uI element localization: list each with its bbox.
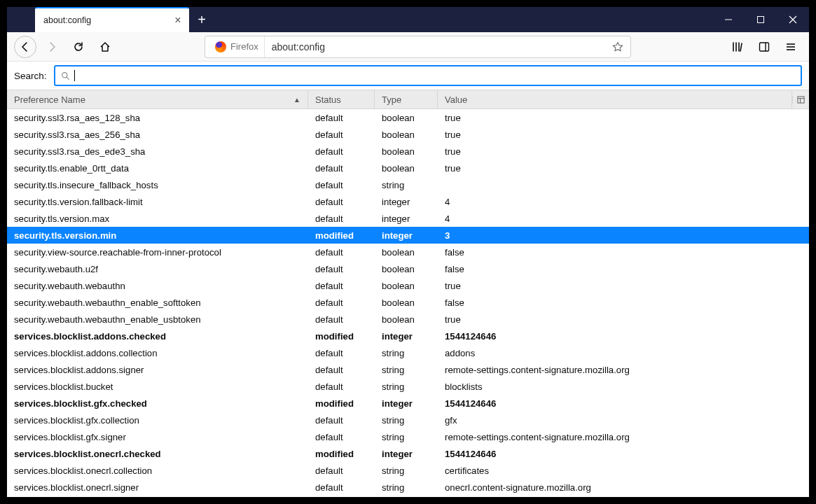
- pref-value: certificates: [438, 465, 809, 476]
- pref-value: addons: [438, 348, 809, 358]
- column-header-value[interactable]: Value: [438, 90, 792, 108]
- table-row[interactable]: services.blocklist.gfx.checkedmodifiedin…: [7, 395, 809, 412]
- table-row[interactable]: security.tls.enable_0rtt_datadefaultbool…: [7, 160, 809, 176]
- pref-name: services.blocklist.addons.collection: [7, 348, 308, 358]
- pref-value: false: [438, 298, 809, 308]
- table-row[interactable]: security.webauth.webauthn_enable_usbtoke…: [7, 311, 809, 328]
- pref-value: true: [438, 281, 809, 291]
- pref-value: true: [438, 314, 809, 325]
- table-row[interactable]: security.tls.version.fallback-limitdefau…: [7, 193, 809, 210]
- table-row[interactable]: services.blocklist.addons.signerdefaults…: [7, 361, 809, 378]
- pref-name: services.blocklist.gfx.collection: [7, 415, 308, 426]
- pref-type: string: [375, 382, 438, 392]
- window-maximize-button[interactable]: [745, 7, 777, 32]
- pref-type: integer: [375, 398, 438, 409]
- table-row[interactable]: security.tls.version.minmodifiedinteger3: [7, 227, 809, 244]
- pref-type: string: [375, 365, 438, 375]
- app-menu-button[interactable]: [780, 36, 802, 58]
- table-row[interactable]: security.tls.version.maxdefaultinteger4: [7, 210, 809, 227]
- column-header-name[interactable]: Preference Name ▲: [7, 90, 308, 108]
- table-row[interactable]: security.webauth.webauthn_enable_softtok…: [7, 294, 809, 311]
- table-row[interactable]: services.blocklist.gfx.collectiondefault…: [7, 412, 809, 428]
- pref-type: boolean: [375, 264, 438, 274]
- search-input[interactable]: [79, 66, 795, 85]
- table-row[interactable]: security.webauth.u2fdefaultbooleanfalse: [7, 260, 809, 277]
- pref-value: remote-settings.content-signature.mozill…: [438, 365, 809, 375]
- pref-value: remote-settings.content-signature.mozill…: [438, 432, 809, 442]
- pref-name: security.tls.version.max: [7, 214, 308, 224]
- pref-type: boolean: [375, 113, 438, 123]
- search-label: Search:: [14, 71, 47, 81]
- pref-status: modified: [308, 331, 375, 342]
- pref-status: default: [308, 247, 375, 258]
- pref-status: default: [308, 482, 375, 493]
- browser-tab[interactable]: about:config ×: [35, 7, 189, 32]
- table-row[interactable]: security.tls.insecure_fallback_hostsdefa…: [7, 176, 809, 193]
- pref-type: integer: [375, 449, 438, 459]
- search-icon: [61, 71, 70, 80]
- pref-status: default: [308, 180, 375, 190]
- column-header-status[interactable]: Status: [308, 90, 375, 108]
- table-row[interactable]: services.blocklist.onecrl.checkedmodifie…: [7, 445, 809, 462]
- pref-status: default: [308, 214, 375, 224]
- pref-type: integer: [375, 214, 438, 224]
- pref-value: true: [438, 130, 809, 140]
- pref-name: security.view-source.reachable-from-inne…: [7, 247, 308, 258]
- home-button[interactable]: [94, 36, 116, 58]
- table-row[interactable]: services.blocklist.onecrl.collectiondefa…: [7, 462, 809, 479]
- pref-value: 4: [438, 214, 809, 224]
- pref-name: services.blocklist.gfx.checked: [7, 398, 308, 409]
- pref-value: true: [438, 113, 809, 123]
- window-close-button[interactable]: [777, 7, 809, 32]
- identity-box[interactable]: Firefox: [209, 36, 265, 57]
- pref-value: false: [438, 247, 809, 258]
- back-button[interactable]: [14, 36, 36, 58]
- table-row[interactable]: security.ssl3.rsa_aes_256_shadefaultbool…: [7, 126, 809, 143]
- pref-type: boolean: [375, 298, 438, 308]
- window-minimize-button[interactable]: [712, 7, 745, 32]
- svg-rect-4: [760, 43, 769, 51]
- pref-type: integer: [375, 331, 438, 342]
- tab-title: about:config: [43, 15, 91, 25]
- table-row[interactable]: services.blocklist.gfx.signerdefaultstri…: [7, 428, 809, 445]
- pref-value: gfx: [438, 415, 809, 426]
- pref-status: default: [308, 465, 375, 476]
- new-tab-button[interactable]: +: [189, 7, 214, 32]
- pref-type: integer: [375, 197, 438, 207]
- sidebar-button[interactable]: [753, 36, 775, 58]
- library-button[interactable]: [726, 36, 749, 58]
- pref-status: default: [308, 365, 375, 375]
- table-row[interactable]: services.blocklist.onecrl.signerdefaults…: [7, 479, 809, 496]
- table-row[interactable]: services.blocklist.addons.collectiondefa…: [7, 344, 809, 361]
- pref-status: modified: [308, 449, 375, 459]
- pref-type: integer: [375, 230, 438, 241]
- pref-table-body[interactable]: security.ssl3.rsa_aes_128_shadefaultbool…: [7, 109, 809, 497]
- pref-name: security.ssl3.rsa_aes_256_sha: [7, 130, 308, 140]
- url-text[interactable]: about:config: [265, 41, 609, 52]
- pref-value: true: [438, 163, 809, 174]
- forward-button[interactable]: [41, 36, 63, 58]
- column-picker-button[interactable]: [792, 96, 809, 104]
- close-tab-icon[interactable]: ×: [172, 15, 184, 26]
- search-input-container[interactable]: [54, 65, 802, 86]
- url-bar[interactable]: Firefox about:config: [205, 36, 631, 58]
- bookmark-star-icon[interactable]: [609, 38, 626, 55]
- pref-type: boolean: [375, 130, 438, 140]
- table-row[interactable]: services.blocklist.bucketdefaultstringbl…: [7, 378, 809, 395]
- column-header-type[interactable]: Type: [375, 90, 438, 108]
- pref-type: boolean: [375, 281, 438, 291]
- table-row[interactable]: security.webauth.webauthndefaultbooleant…: [7, 277, 809, 294]
- pref-name: services.blocklist.bucket: [7, 382, 308, 392]
- titlebar: about:config × +: [7, 7, 809, 32]
- reload-button[interactable]: [67, 36, 90, 58]
- firefox-logo-icon: [215, 41, 226, 52]
- pref-status: default: [308, 264, 375, 274]
- table-header: Preference Name ▲ Status Type Value: [7, 90, 809, 109]
- pref-value: true: [438, 146, 809, 157]
- table-row[interactable]: security.view-source.reachable-from-inne…: [7, 244, 809, 260]
- table-row[interactable]: security.ssl3.rsa_aes_128_shadefaultbool…: [7, 109, 809, 126]
- table-row[interactable]: security.ssl3.rsa_des_ede3_shadefaultboo…: [7, 143, 809, 160]
- pref-name: security.webauth.webauthn_enable_usbtoke…: [7, 314, 308, 325]
- pref-type: boolean: [375, 314, 438, 325]
- table-row[interactable]: services.blocklist.addons.checkedmodifie…: [7, 328, 809, 344]
